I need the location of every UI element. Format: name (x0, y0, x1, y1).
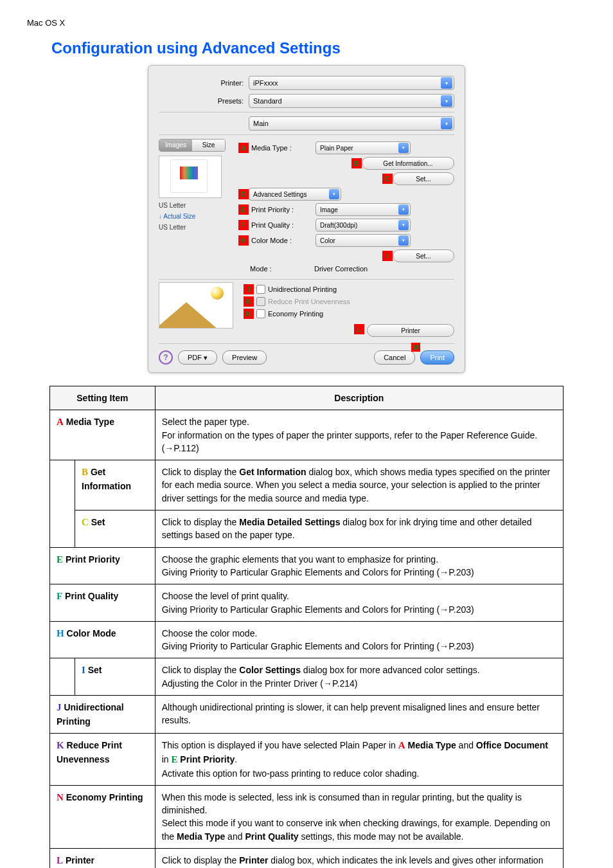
marker-a: A (238, 143, 249, 153)
help-icon-button[interactable]: ? (159, 350, 173, 365)
marker-l: L (354, 324, 364, 334)
marker-c: C (382, 174, 393, 184)
tab-images[interactable]: Images (159, 140, 192, 151)
dropdown-icon: ▾ (441, 118, 452, 129)
media-set-button[interactable]: Set... (393, 172, 454, 185)
col-setting-item: Setting Item (50, 386, 155, 410)
marker-d: D (238, 189, 249, 199)
presets-value: Standard (253, 97, 282, 105)
pdf-button[interactable]: PDF ▾ (178, 350, 217, 365)
desc-media-type: Select the paper type. For information o… (155, 410, 563, 460)
page-path: Mac OS X (0, 0, 613, 28)
economy-label: Economy Printing (268, 310, 323, 318)
print-quality-select[interactable]: Draft(300dpi)▾ (315, 219, 411, 231)
paper-size-2: US Letter (159, 224, 235, 231)
color-mode-select[interactable]: Color▾ (315, 234, 411, 247)
desc-printer: Click to display the Printer dialog box,… (155, 849, 563, 868)
printer-select[interactable]: iPFxxxx ▾ (249, 76, 454, 90)
marker-h: H (238, 235, 249, 246)
print-dialog: Printer: iPFxxxx ▾ Presets: Standard ▾ M… (148, 65, 465, 373)
print-priority-label: Print Priority : (249, 206, 315, 213)
desc-unevenness: This option is displayed if you have sel… (155, 734, 563, 786)
marker-i: I (382, 251, 393, 261)
settings-mode-select[interactable]: Advanced Settings▾ (249, 188, 341, 201)
desc-get-info: Click to display the Get Information dia… (155, 460, 563, 511)
marker-b: B (351, 158, 362, 168)
print-quality-label: Print Quality : (249, 221, 315, 229)
dropdown-icon: ▾ (441, 95, 452, 107)
get-information-button[interactable]: Get Information... (362, 157, 454, 170)
desc-print-priority: Choose the graphic elements that you wan… (155, 547, 563, 584)
desc-color-mode: Choose the color mode. Giving Priority t… (155, 621, 563, 658)
marker-j: J (244, 284, 254, 294)
panel-select[interactable]: Main ▾ (249, 116, 454, 131)
unidirectional-label: Unidirectional Printing (268, 285, 337, 293)
printer-button[interactable]: Printer (367, 324, 454, 337)
print-button[interactable]: Print (420, 350, 454, 365)
marker-e: E (238, 204, 249, 215)
mode-label: Mode : (238, 265, 314, 273)
presets-select[interactable]: Standard ▾ (249, 94, 454, 108)
marker-k: K (244, 296, 254, 307)
printer-value: iPFxxxx (253, 79, 278, 87)
output-preview (159, 282, 233, 329)
media-type-label: Media Type : (249, 144, 315, 152)
print-priority-select[interactable]: Image▾ (315, 203, 411, 216)
col-description: Description (155, 386, 563, 410)
media-type-select[interactable]: Plain Paper▾ (315, 141, 411, 154)
desc-unidirectional: Although unidirectional printing is slow… (155, 696, 563, 734)
marker-f: F (238, 220, 249, 230)
page-title: Configuration using Advanced Settings (51, 39, 613, 57)
mode-value: Driver Correction (314, 265, 368, 273)
desc-set-media: Click to display the Media Detailed Sett… (155, 511, 563, 548)
unidirectional-checkbox[interactable] (256, 285, 265, 294)
unevenness-label: Reduce Print Unevenness (268, 298, 350, 305)
tab-size[interactable]: Size (192, 140, 225, 151)
cancel-button[interactable]: Cancel (374, 350, 415, 365)
panel-value: Main (253, 120, 269, 127)
desc-color-set: Click to display the Color Settings dial… (155, 658, 563, 696)
page-thumbnail (159, 156, 222, 198)
color-set-button[interactable]: Set... (393, 249, 454, 262)
color-mode-label: Color Mode : (249, 237, 315, 244)
marker-m: M (411, 343, 420, 352)
dropdown-icon: ▾ (441, 77, 452, 89)
economy-checkbox[interactable] (256, 309, 265, 318)
actual-size: ↓ Actual Size (159, 213, 235, 220)
unevenness-checkbox (256, 297, 265, 306)
desc-print-quality: Choose the level of print quality. Givin… (155, 584, 563, 622)
desc-economy: When this mode is selected, less ink is … (155, 785, 563, 848)
marker-n: N (244, 309, 254, 319)
paper-size-1: US Letter (159, 202, 235, 209)
printer-label: Printer: (159, 79, 249, 87)
settings-table: Setting Item Description A Media Type Se… (49, 386, 564, 868)
preview-tabs: Images Size (159, 139, 226, 152)
presets-label: Presets: (159, 97, 249, 105)
preview-button[interactable]: Preview (222, 350, 267, 365)
